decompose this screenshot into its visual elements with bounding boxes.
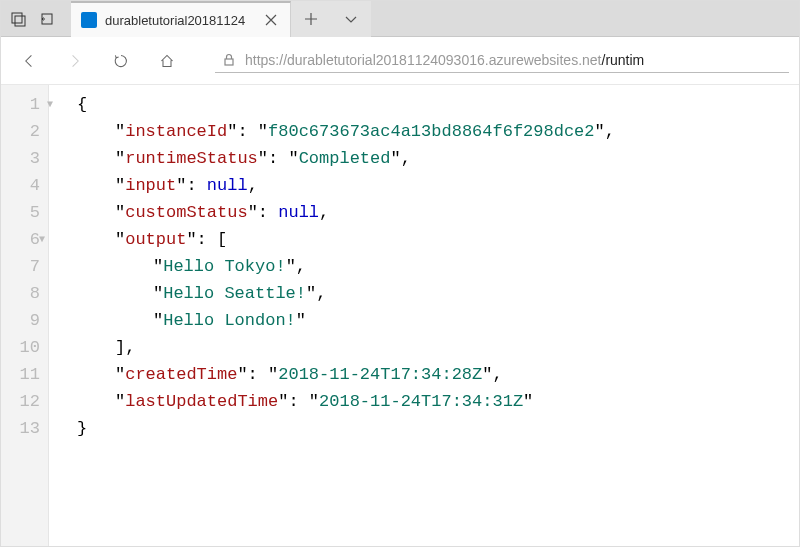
svg-rect-3 <box>225 59 233 65</box>
line-number: 11 <box>1 361 40 388</box>
svg-rect-0 <box>12 13 22 23</box>
lock-icon <box>221 52 237 68</box>
tab-overflow-button[interactable] <box>331 1 371 37</box>
json-viewer: 12345678910111213 ▼{ "instanceId": "f80c… <box>1 85 799 547</box>
tabs-aside-icon[interactable] <box>5 1 33 37</box>
tab-actions <box>1 1 65 36</box>
line-number: 9 <box>1 307 40 334</box>
json-content[interactable]: ▼{ "instanceId": "f80c673673ac4a13bd8864… <box>49 85 615 547</box>
line-number: 10 <box>1 334 40 361</box>
browser-toolbar: https://durabletutorial20181124093016.az… <box>1 37 799 85</box>
address-bar[interactable]: https://durabletutorial20181124093016.az… <box>215 48 789 73</box>
line-number-gutter: 12345678910111213 <box>1 85 49 547</box>
line-number: 2 <box>1 118 40 145</box>
new-tab-button[interactable] <box>291 1 331 37</box>
window-titlebar: durabletutorial20181124 <box>1 1 799 37</box>
favicon-icon <box>81 12 97 28</box>
line-number: 12 <box>1 388 40 415</box>
url-text: https://durabletutorial20181124093016.az… <box>245 52 644 68</box>
back-button[interactable] <box>11 43 47 79</box>
line-number: 1 <box>1 91 40 118</box>
refresh-button[interactable] <box>103 43 139 79</box>
tab-title: durabletutorial20181124 <box>105 13 256 28</box>
line-number: 8 <box>1 280 40 307</box>
line-number: 4 <box>1 172 40 199</box>
tabs-set-aside-icon[interactable] <box>33 1 61 37</box>
forward-button[interactable] <box>57 43 93 79</box>
home-button[interactable] <box>149 43 185 79</box>
fold-toggle-icon[interactable]: ▼ <box>39 226 45 253</box>
browser-tab[interactable]: durabletutorial20181124 <box>71 1 291 37</box>
line-number: 13 <box>1 415 40 442</box>
line-number: 3 <box>1 145 40 172</box>
fold-toggle-icon[interactable]: ▼ <box>47 91 53 118</box>
line-number: 7 <box>1 253 40 280</box>
close-tab-button[interactable] <box>262 11 280 29</box>
line-number: 6 <box>1 226 40 253</box>
svg-rect-1 <box>15 16 25 26</box>
line-number: 5 <box>1 199 40 226</box>
